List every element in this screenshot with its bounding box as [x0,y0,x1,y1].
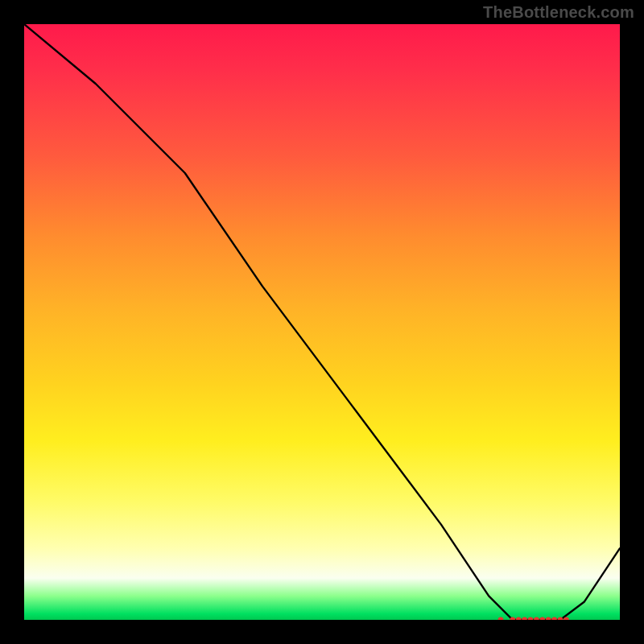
bottleneck-curve [24,24,620,620]
marker-point [551,617,556,620]
marker-point [516,617,521,620]
marker-point [522,617,526,620]
watermark-label: TheBottleneck.com [483,3,634,22]
plot-svg [24,24,620,620]
marker-point [540,617,545,620]
marker-point [546,617,551,620]
marker-point [534,617,539,620]
chart-frame: TheBottleneck.com [0,0,644,644]
marker-point [498,617,503,620]
plot-area [24,24,620,620]
marker-point [528,617,533,620]
